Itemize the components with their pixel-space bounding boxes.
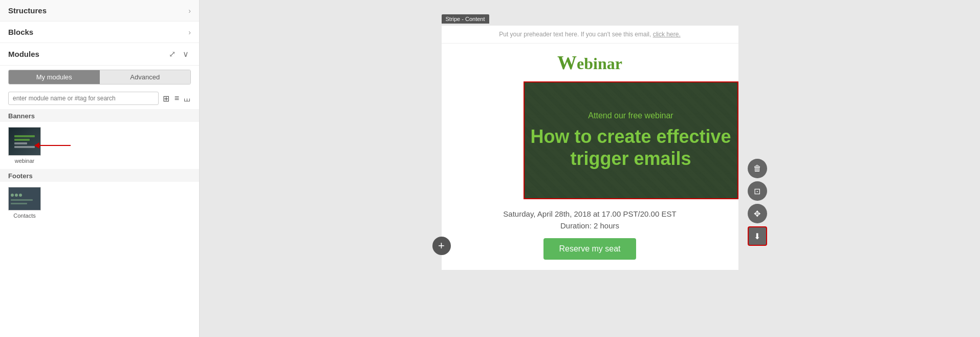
thumb-line-2 — [14, 139, 30, 141]
delete-button[interactable]: 🗑 — [748, 159, 767, 178]
preheader-text: Put your preheader text here. If you can… — [499, 31, 652, 38]
resize-button[interactable]: ⊡ — [748, 181, 767, 201]
stripe-label: Stripe - Content — [442, 14, 489, 24]
footer-dot-2 — [15, 194, 18, 197]
arrow-indicator — [35, 145, 71, 146]
email-banner: Attend our free webinar How to create ef… — [524, 81, 738, 199]
event-duration: Duration: 2 hours — [452, 221, 728, 230]
footers-category-label: Footers — [0, 169, 199, 182]
email-canvas: Put your preheader text here. If you can… — [442, 26, 738, 270]
right-toolbar: 🗑 ⊡ ✥ ⬇ — [748, 159, 767, 246]
footer-dot-1 — [11, 194, 14, 197]
banners-grid: webinar — [0, 122, 199, 169]
list-view-icon[interactable]: ≡ — [173, 93, 180, 104]
footer-dot-row — [11, 194, 38, 197]
footer-line-2 — [11, 203, 27, 204]
download-icon: ⬇ — [754, 231, 760, 241]
search-input[interactable] — [8, 92, 159, 105]
banner-title-line1: How to create effective — [530, 126, 731, 147]
main-content: Stripe - Content Put your preheader text… — [200, 0, 980, 337]
module-tabs: My modules Advanced — [8, 70, 191, 85]
banner-main-title: How to create effective trigger emails — [530, 125, 731, 170]
search-row: ⊞ ≡ ⧢ — [0, 89, 199, 109]
filter-icon[interactable]: ⧢ — [183, 94, 191, 103]
email-body: Saturday, April 28th, 2018 at 17.00 PST/… — [442, 199, 738, 270]
move-icon: ✥ — [754, 209, 760, 219]
tab-my-modules[interactable]: My modules — [9, 70, 100, 84]
modules-header: Modules ⤢ ∨ — [0, 43, 199, 66]
webinar-logo-text: ebinar — [577, 54, 622, 73]
left-panel: Structures › Blocks › Modules ⤢ ∨ My mod… — [0, 0, 200, 337]
blocks-arrow-icon: › — [188, 28, 191, 36]
blocks-section[interactable]: Blocks › — [0, 22, 199, 43]
collapse-icon[interactable]: ∨ — [181, 48, 191, 60]
banners-category-label: Banners — [0, 109, 199, 122]
thumb-line-4 — [14, 146, 35, 148]
thumb-line-1 — [14, 135, 35, 137]
footer-line-1 — [11, 199, 33, 201]
trash-icon: 🗑 — [753, 164, 761, 173]
modules-label: Modules — [8, 50, 39, 58]
email-editor-area: Stripe - Content Put your preheader text… — [200, 0, 980, 337]
webinar-logo-w: W — [557, 52, 577, 73]
resize-icon: ⊡ — [754, 186, 760, 196]
blocks-label: Blocks — [8, 28, 33, 36]
webinar-module-label: webinar — [15, 158, 35, 164]
reserve-seat-button[interactable]: Reserve my seat — [543, 238, 636, 260]
add-row-button[interactable]: + — [432, 237, 451, 255]
webinar-logo: Webinar — [452, 51, 728, 74]
email-logo: Webinar — [442, 44, 738, 81]
structures-arrow-icon: › — [188, 7, 191, 15]
download-button[interactable]: ⬇ — [748, 226, 767, 246]
contacts-module-thumb — [8, 187, 41, 210]
modules-icons: ⤢ ∨ — [167, 48, 191, 60]
expand-icon[interactable]: ⤢ — [167, 48, 178, 60]
webinar-module-thumb — [8, 127, 41, 156]
tab-advanced[interactable]: Advanced — [100, 70, 191, 84]
plus-icon: + — [438, 239, 445, 252]
banner-attend-text: Attend our free webinar — [588, 111, 673, 120]
banner-container: Attend our free webinar How to create ef… — [442, 81, 738, 199]
left-white-area — [442, 81, 524, 199]
move-button[interactable]: ✥ — [748, 204, 767, 223]
preheader-link[interactable]: click here. — [653, 31, 681, 38]
grid-view-icon[interactable]: ⊞ — [162, 93, 170, 104]
contacts-module-item[interactable]: Contacts — [8, 187, 41, 219]
event-date: Saturday, April 28th, 2018 at 17.00 PST/… — [452, 209, 728, 218]
email-preheader: Put your preheader text here. If you can… — [442, 26, 738, 44]
red-arrow-line — [35, 145, 71, 146]
structures-section[interactable]: Structures › — [0, 0, 199, 22]
footers-grid: Contacts — [0, 182, 199, 224]
thumb-lines — [12, 133, 37, 150]
footer-dot-3 — [19, 194, 22, 197]
email-canvas-wrapper: Stripe - Content Put your preheader text… — [442, 26, 738, 270]
contacts-module-label: Contacts — [13, 213, 35, 219]
banner-title-line2: trigger emails — [570, 148, 691, 169]
thumb-line-3 — [14, 142, 27, 144]
red-arrow-head — [34, 142, 39, 149]
structures-label: Structures — [8, 6, 47, 15]
